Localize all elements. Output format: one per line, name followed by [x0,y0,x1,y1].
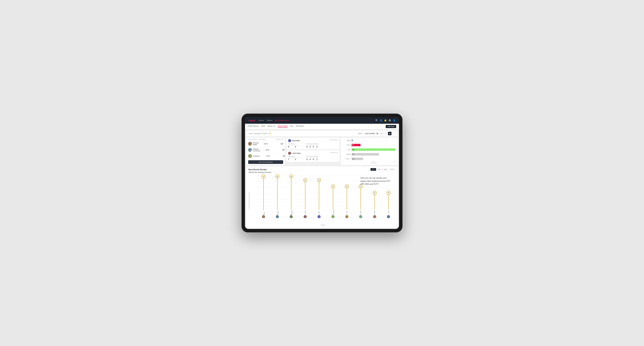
rank-badge: 1 [250,144,252,146]
lollipop-stick [360,188,361,209]
bar-eagles: 3 [352,139,352,142]
user-icon[interactable]: 👤 [380,119,382,122]
search-icon[interactable]: 🔍 [376,119,378,122]
player-name: R. Britt [318,210,320,215]
sub-nav-links: PGAT Players PGA Hcaps 1-5 Team Clippd T… [248,125,386,128]
add-team-button[interactable]: Add Team [386,125,396,128]
lollipop-stick [291,178,292,210]
sub-nav: PGAT Players PGA Hcaps 1-5 Team Clippd T… [245,124,399,129]
bar-container: 311 [352,153,396,156]
y-axis-label: Best Streak, Fairway Accuracy [248,174,251,226]
practice-activities-block: Total Practice Activities OTT 0 APP [306,143,318,148]
streaks-title: Best Round Streaks [248,169,267,171]
logo: clippd [248,119,255,122]
bar-container: 3 [352,139,396,142]
avatar [304,215,307,218]
bar-row-birdies: Birdies 96 [343,144,396,146]
bar-label: Bogeys [343,154,350,155]
stat-date: 26 Aug 2023 [330,152,338,153]
lollipop-stick [388,195,389,209]
x-axis-label: Players [251,224,396,226]
tournament-rounds: Tournament 8 [288,145,294,148]
nav-my-performance[interactable]: My Performance [275,119,289,121]
lollipop-stick [264,178,264,210]
settings-icon[interactable]: ⚙️ [388,119,391,122]
rounds-label: Total Rounds [288,156,299,157]
avatar [387,215,390,218]
avatar [332,215,334,218]
pb-avg: 107 [274,149,285,151]
lollipop-player: 6xB. McHerg [276,174,279,218]
filter-putt-button[interactable]: PUTT [389,168,396,171]
chart-axis: 0 200 400 [343,161,396,162]
bar-chart-panel: Eagles 3 Birdies [341,138,398,165]
tab-pgat-players[interactable]: PGAT Players [248,125,259,128]
streak-bubble: 6x [276,174,279,178]
nav-teams[interactable]: Teams [267,119,272,121]
table-row: 2 Edward Crossman 18/20 107 [246,147,285,153]
rounds-block: Total Rounds Tournament 8 Practice [288,143,299,148]
stats-panels: Rees Britt 02 Sep 2023 Total Rounds Tour [286,138,340,165]
lollipop-stick [333,188,333,209]
player-name: C. Quick [388,210,389,215]
list-view-icon[interactable]: ≡ [384,132,388,135]
streaks-header: Best Round Streaks OTT APP ARG PUTT [248,168,396,171]
streak-filter-buttons: OTT APP ARG PUTT [370,168,396,171]
avatar [288,152,291,155]
avatar-icon[interactable]: 👤 [393,119,396,122]
grid-view-icon[interactable]: ⊞ [380,132,384,135]
rounds-sub: Tournament 7 Practice 2 [288,158,299,161]
bar-label: Eagles [343,140,350,141]
player-name: M. Miller [360,210,362,215]
lollipop-player: 5xR. Britt [317,174,321,218]
avatar [345,215,348,218]
tab-hcaps[interactable]: Hcaps 1-5 [268,125,276,128]
bar-birdies: 96 [352,144,360,146]
streak-bubble: 3x [373,191,376,195]
nav-home[interactable]: Home [259,119,264,121]
pb-score: 19/20 [259,143,273,145]
nav-icons: 🔍 👤 🔔 ⚙️ 👤 [376,119,396,122]
col-pb-avg: PB AVG SQ [273,139,283,140]
pb-score: 18/20 [260,149,274,151]
bar-pars: 499 [352,148,395,151]
tab-tour[interactable]: Tour [290,125,293,128]
avatar [359,215,362,218]
period-select[interactable]: Last 3 months [363,132,379,135]
filter-ott-button[interactable]: OTT [370,168,376,171]
chart-view-icon[interactable]: ↓ [392,132,396,135]
avatar [318,215,320,218]
stat-panel-header: Rees Britt 02 Sep 2023 [288,139,338,142]
bar-row-eagles: Eagles 3 [343,139,396,142]
player-name: Rees Britt [292,140,300,142]
rank-badge: 3 [250,156,252,158]
player-info: 1 Richard Butler [248,142,259,146]
axis-label: 200 [372,161,374,162]
view-full-leaderboard-button[interactable]: View Full Leaderboard [248,160,283,164]
rounds-info: Total Rounds Tournament 7 Practice [288,156,338,161]
streak-bubble: 5x [317,178,321,182]
streak-bubble: 5x [303,178,307,182]
tab-all-players[interactable]: All Players [296,125,304,128]
rounds-label: Total Rounds [288,143,299,145]
avatar [276,215,279,218]
player-name: E. Ebert [262,211,265,215]
table-view-icon[interactable]: ▦ [388,132,392,135]
pb-avg: 103 [275,155,285,157]
nav-bar: clippd Home Teams My Performance 🔍 👤 🔔 ⚙… [245,117,399,124]
tablet-frame: clippd Home Teams My Performance 🔍 👤 🔔 ⚙… [242,114,402,232]
filter-arg-button[interactable]: ARG [383,168,388,171]
filter-app-button[interactable]: APP [376,168,382,171]
streak-bubble: 6x [289,174,293,178]
player-stat-info: Rees Britt [288,139,300,142]
practice-label: Total Practice Activities [306,143,318,145]
bell-icon[interactable]: 🔔 [384,119,387,122]
bar-container: 499 [352,148,396,151]
tab-pga[interactable]: PGA [261,125,265,128]
edit-icon[interactable]: ✏️ [269,133,271,135]
tab-team-clippd[interactable]: Team Clippd [278,125,288,128]
stat-panel-josh-coles: Josh Coles 26 Aug 2023 Total Rounds Tour [286,150,340,162]
rounds-info: Total Rounds Tournament 8 Practice [288,143,338,148]
player-name: Josh Coles [292,152,301,154]
tournament-rounds: Tournament 7 [288,158,294,161]
